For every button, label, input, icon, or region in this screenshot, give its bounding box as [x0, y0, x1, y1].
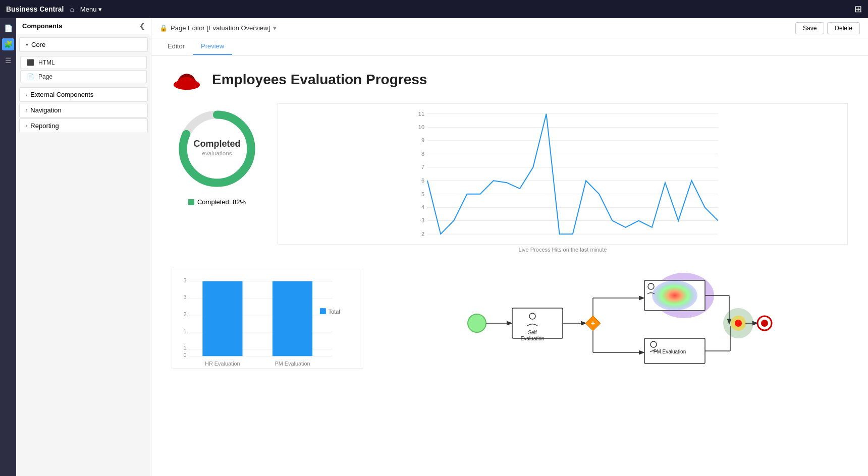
svg-text:6: 6	[421, 177, 424, 184]
app-title: Business Central	[6, 5, 64, 13]
svg-text:PM Evaluation: PM Evaluation	[654, 349, 686, 354]
external-label: External Components	[30, 91, 93, 98]
svg-text:8: 8	[421, 151, 424, 157]
save-button[interactable]: Save	[795, 22, 824, 34]
components-panel: Components ❮ ▾ Core ⬛ HTML 📄 Page	[16, 18, 151, 476]
svg-text:1: 1	[184, 328, 187, 334]
svg-rect-40	[202, 281, 242, 356]
subheader: 🔒 Page Editor [Evaluation Overview] ▾ Sa…	[151, 18, 868, 38]
donut-chart: Completed evaluations	[172, 103, 262, 194]
tab-preview[interactable]: Preview	[193, 38, 232, 55]
svg-text:PM Evaluation: PM Evaluation	[275, 361, 310, 367]
line-chart-label: Live Process Hits on the last minute	[278, 247, 848, 253]
navigation-caret: ›	[26, 107, 27, 113]
external-caret: ›	[26, 92, 27, 97]
core-caret: ▾	[26, 42, 28, 47]
bar-chart-container: 3 3 2 1 1 0	[172, 268, 363, 370]
svg-text:5: 5	[421, 191, 424, 197]
svg-text:3: 3	[184, 277, 187, 283]
collapse-panel-button[interactable]: ❮	[139, 22, 145, 30]
tree-group-core[interactable]: ▾ Core	[19, 37, 148, 52]
svg-text:+: +	[591, 319, 595, 327]
tree-section: ▾ Core ⬛ HTML 📄 Page › External Componen…	[16, 34, 151, 136]
process-flow-svg: Self Evaluation +	[378, 268, 848, 369]
sidebar-puzzle-icon[interactable]: 🧩	[2, 38, 14, 50]
svg-rect-48	[512, 308, 563, 338]
svg-text:Completed: Completed	[193, 139, 240, 149]
svg-text:11: 11	[418, 111, 424, 117]
svg-text:2: 2	[184, 311, 187, 317]
reporting-caret: ›	[26, 123, 27, 129]
html-label: HTML	[38, 59, 55, 66]
svg-text:Total: Total	[329, 309, 340, 315]
topbar: Business Central ⌂ Menu ▾ ⊞	[0, 0, 868, 18]
svg-text:evaluations: evaluations	[202, 150, 232, 156]
html-icon: ⬛	[27, 59, 34, 66]
row2: 3 3 2 1 1 0	[172, 268, 848, 370]
svg-text:2: 2	[421, 231, 424, 237]
menu-button[interactable]: Menu ▾	[80, 6, 102, 13]
svg-text:3: 3	[184, 294, 187, 300]
delete-button[interactable]: Delete	[827, 22, 860, 34]
sidebar-file-icon[interactable]: 📄	[2, 22, 14, 34]
legend-completed-label: Completed: 82%	[197, 198, 246, 206]
svg-text:0: 0	[184, 352, 187, 358]
components-header: Components ❮	[16, 18, 151, 34]
tree-group-external[interactable]: › External Components	[19, 87, 148, 102]
page-main-title: Employees Evaluation Progress	[212, 72, 427, 88]
svg-text:10: 10	[418, 124, 424, 130]
grid-icon[interactable]: ⊞	[854, 4, 862, 15]
svg-point-46	[468, 314, 486, 332]
layout: 📄 🧩 ☰ Components ❮ ▾ Core ⬛ HTML 📄 Page	[0, 18, 868, 476]
tree-item-page[interactable]: 📄 Page	[20, 70, 147, 83]
donut-legend: Completed: 82%	[188, 198, 246, 206]
main-area: 🔒 Page Editor [Evaluation Overview] ▾ Sa…	[151, 18, 868, 476]
preview-area: Employees Evaluation Progress Completed …	[151, 55, 868, 476]
subheader-left: 🔒 Page Editor [Evaluation Overview] ▾	[159, 24, 277, 32]
page-icon: 📄	[27, 73, 34, 80]
svg-text:HR Evaluation: HR Evaluation	[205, 361, 240, 367]
bar-chart: 3 3 2 1 1 0	[172, 268, 363, 369]
svg-text:4: 4	[421, 204, 424, 210]
tab-editor[interactable]: Editor	[159, 38, 193, 55]
line-chart-container: .grid-line { stroke: #e8e8e8; stroke-wid…	[278, 103, 848, 253]
icon-sidebar: 📄 🧩 ☰	[0, 18, 16, 476]
redhat-logo	[172, 66, 202, 93]
svg-text:Self: Self	[528, 330, 536, 335]
page-label: Page	[38, 73, 52, 80]
core-label: Core	[31, 41, 45, 48]
svg-text:9: 9	[421, 137, 424, 143]
svg-point-72	[735, 320, 742, 327]
svg-text:3: 3	[421, 217, 424, 223]
components-title: Components	[22, 22, 62, 30]
page-editor-title: Page Editor [Evaluation Overview]	[171, 24, 270, 32]
sidebar-menu-icon[interactable]: ☰	[2, 54, 14, 67]
lock-icon: 🔒	[159, 24, 168, 32]
reporting-label: Reporting	[30, 122, 59, 130]
donut-container: Completed evaluations Completed: 82%	[172, 103, 262, 206]
process-flow: Self Evaluation +	[378, 268, 848, 370]
page-title-dropdown[interactable]: ▾	[273, 24, 277, 32]
row1: Completed evaluations Completed: 82%	[172, 103, 848, 253]
svg-text:1: 1	[184, 345, 187, 351]
svg-point-75	[761, 320, 768, 327]
tabs-bar: Editor Preview	[151, 38, 868, 55]
tree-group-reporting[interactable]: › Reporting	[19, 118, 148, 133]
svg-text:7: 7	[421, 164, 424, 170]
tree-group-navigation[interactable]: › Navigation	[19, 103, 148, 117]
subheader-buttons: Save Delete	[795, 22, 860, 34]
page-header: Employees Evaluation Progress	[172, 66, 848, 93]
svg-point-61	[652, 280, 697, 311]
svg-point-2	[178, 80, 196, 88]
svg-rect-44	[320, 308, 326, 314]
legend-completed-dot	[188, 199, 194, 205]
line-chart: .grid-line { stroke: #e8e8e8; stroke-wid…	[278, 103, 848, 245]
core-children: ⬛ HTML 📄 Page	[16, 53, 151, 86]
svg-rect-41	[273, 281, 312, 356]
home-icon[interactable]: ⌂	[70, 5, 74, 13]
navigation-label: Navigation	[30, 106, 61, 114]
tree-item-html[interactable]: ⬛ HTML	[20, 56, 147, 69]
svg-text:Evaluation: Evaluation	[521, 336, 545, 341]
